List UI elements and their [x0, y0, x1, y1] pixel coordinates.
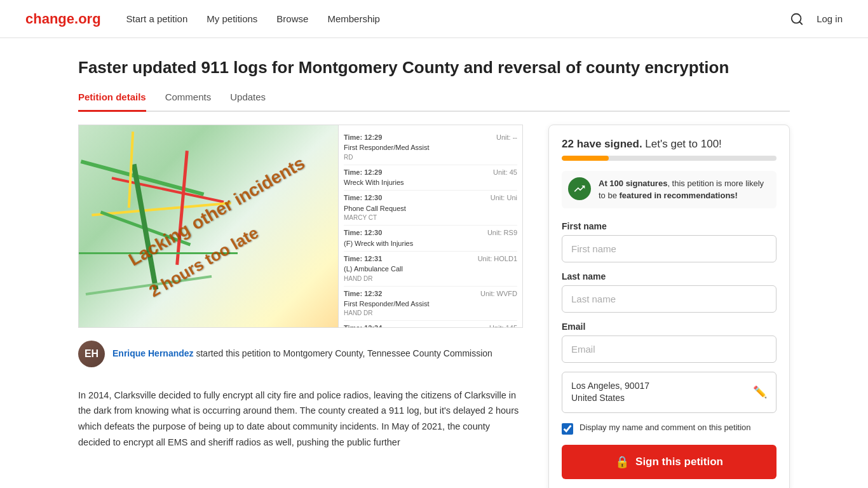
tab-comments[interactable]: Comments: [165, 92, 212, 112]
sign-btn-label: Sign this petition: [635, 456, 723, 468]
tab-updates[interactable]: Updates: [230, 92, 266, 112]
edit-location-icon[interactable]: ✏️: [753, 385, 767, 399]
petition-body: In 2014, Clarksville decided to fully en…: [78, 388, 523, 451]
signed-count: 22 have signed.: [562, 138, 642, 150]
signature-box: 22 have signed. Let's get to 100! At: [548, 125, 790, 488]
feature-highlight: featured in recommendations!: [620, 191, 738, 200]
header-right: Log in: [790, 12, 843, 26]
email-input[interactable]: [562, 336, 776, 363]
feature-threshold: At 100 signatures: [599, 179, 667, 188]
petition-title: Faster updated 911 logs for Montgomery C…: [78, 57, 790, 79]
first-name-label: First name: [562, 221, 776, 231]
incident-row: Time: 12:34 Unit: 145 Alarm DUNBAR CAVE …: [344, 321, 517, 327]
last-name-input[interactable]: [562, 285, 776, 313]
incident-row: Time: 12:29 Unit: -- First Responder/Med…: [344, 130, 517, 165]
author-name[interactable]: Enrique Hernandez: [112, 348, 194, 358]
author-avatar: EH: [78, 341, 105, 367]
nav-start-petition[interactable]: Start a petition: [126, 11, 188, 27]
display-name-checkbox[interactable]: [562, 423, 573, 435]
left-column: Lacking other incidents 2 hours too late…: [78, 125, 523, 451]
right-column: 22 have signed. Let's get to 100! At: [548, 125, 790, 488]
author-text: Enrique Hernandez started this petition …: [112, 348, 492, 360]
incident-row: Time: 12:30 Unit: RS9 (F) Wreck with Inj…: [344, 226, 517, 252]
content-grid: Lacking other incidents 2 hours too late…: [78, 125, 790, 488]
main-nav: Start a petition My petitions Browse Mem…: [126, 11, 790, 27]
email-label: Email: [562, 322, 776, 332]
svg-line-1: [799, 22, 802, 24]
main-container: Faster updated 911 logs for Montgomery C…: [53, 38, 815, 488]
first-name-input[interactable]: [562, 235, 776, 262]
login-button[interactable]: Log in: [817, 13, 843, 24]
location-city: Los Angeles, 90017: [571, 380, 649, 393]
tab-petition-details[interactable]: Petition details: [78, 92, 146, 112]
nav-browse[interactable]: Browse: [276, 11, 308, 27]
signature-count: 22 have signed. Let's get to 100!: [562, 138, 776, 151]
goal-text: Let's get to 100!: [645, 138, 721, 150]
location-country: United States: [571, 392, 649, 405]
header: change.org Start a petition My petitions…: [0, 0, 868, 38]
checkbox-row: Display my name and comment on this peti…: [562, 422, 776, 435]
progress-bar-container: [562, 156, 776, 161]
nav-my-petitions[interactable]: My petitions: [207, 11, 257, 27]
feature-notice: At 100 signatures, this petition is more…: [562, 171, 776, 208]
incident-row: Time: 12:31 Unit: HOLD1 (L) Ambulance Ca…: [344, 252, 517, 287]
logo[interactable]: change.org: [25, 11, 101, 27]
incident-row: Time: 12:30 Unit: Uni Phone Call Request…: [344, 191, 517, 226]
sign-petition-button[interactable]: 🔒 Sign this petition: [562, 445, 776, 479]
tabs: Petition details Comments Updates: [78, 92, 790, 112]
incident-panel: Time: 12:29 Unit: -- First Responder/Med…: [338, 125, 522, 327]
display-name-label: Display my name and comment on this peti…: [580, 422, 751, 433]
trending-icon: [568, 177, 591, 200]
search-icon: [790, 12, 804, 26]
location-row[interactable]: Los Angeles, 90017 United States ✏️: [562, 372, 776, 413]
incident-row: Time: 12:32 Unit: WVFD First Responder/M…: [344, 287, 517, 322]
location-text: Los Angeles, 90017 United States: [571, 380, 649, 405]
author-line: EH Enrique Hernandez started this petiti…: [78, 341, 523, 377]
lock-icon: 🔒: [615, 455, 629, 469]
progress-bar-fill: [562, 156, 609, 161]
nav-membership[interactable]: Membership: [327, 11, 380, 27]
last-name-label: Last name: [562, 271, 776, 281]
search-button[interactable]: [790, 12, 804, 26]
incident-row: Time: 12:29 Unit: 45 Wreck With Injuries: [344, 165, 517, 191]
feature-text: At 100 signatures, this petition is more…: [599, 177, 770, 202]
petition-image: Lacking other incidents 2 hours too late…: [78, 125, 523, 328]
